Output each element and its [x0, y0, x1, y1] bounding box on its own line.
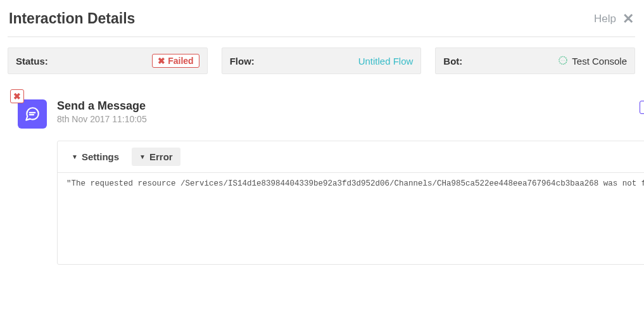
tab-settings[interactable]: ▼ Settings — [64, 148, 127, 166]
chat-icon — [558, 56, 568, 66]
modal-header: Interaction Details Help ✕ — [8, 8, 635, 34]
message-icon — [18, 99, 47, 129]
status-label: Status: — [16, 56, 48, 67]
page-title: Interaction Details — [9, 10, 135, 27]
status-box: Status: ✖ Failed — [8, 48, 208, 74]
status-badge: ✖ Failed — [152, 54, 199, 68]
svg-point-2 — [563, 60, 564, 61]
error-body: "The requested resource /Services/IS14d1… — [58, 172, 644, 264]
bot-label: Bot: — [443, 56, 462, 67]
help-link[interactable]: Help — [594, 13, 616, 25]
detail-panel: ▼ Settings ▼ Error "The requested resour… — [57, 141, 644, 265]
info-row: Status: ✖ Failed Flow: Untitled Flow Bot… — [8, 48, 635, 74]
chevron-down-icon: ▼ — [139, 153, 146, 160]
step-fail-icon: ✖ — [10, 89, 24, 103]
status-value: Failed — [168, 56, 193, 66]
step-title: Send a Message — [57, 99, 147, 113]
tab-settings-label: Settings — [82, 151, 119, 162]
chevron-down-icon: ▼ — [72, 153, 78, 160]
flow-link[interactable]: Untitled Flow — [358, 56, 414, 67]
x-icon: ✖ — [158, 56, 165, 65]
svg-point-1 — [561, 60, 562, 61]
bot-value: Test Console — [572, 56, 627, 67]
tab-error[interactable]: ▼ Error — [132, 148, 180, 166]
tab-bar: ▼ Settings ▼ Error — [58, 141, 644, 172]
flow-label: Flow: — [230, 56, 255, 67]
tab-error-label: Error — [149, 151, 173, 162]
svg-point-3 — [565, 60, 565, 61]
bot-box: Bot: Test Console — [435, 48, 635, 74]
step-timestamp: 8th Nov 2017 11:10:05 — [57, 114, 147, 124]
flow-box: Flow: Untitled Flow — [222, 48, 422, 74]
step-block: ✖ Send a Message 8th Nov 2017 11:10:05 A… — [8, 99, 635, 265]
action-badge: Action — [640, 101, 644, 114]
divider — [8, 36, 635, 37]
bot-value-wrap: Test Console — [558, 56, 627, 67]
close-icon[interactable]: ✕ — [622, 12, 634, 26]
